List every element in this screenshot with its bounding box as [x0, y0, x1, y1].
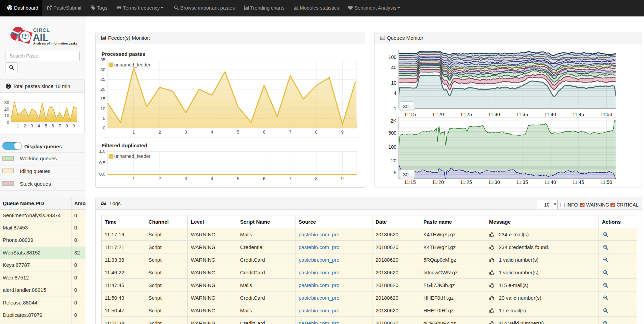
svg-text:2: 2	[158, 129, 161, 135]
svg-text:1: 1	[394, 106, 396, 111]
svg-text:35: 35	[101, 57, 105, 62]
svg-text:1: 1	[17, 123, 19, 128]
svg-text:25: 25	[101, 77, 105, 82]
svg-text:unnamed_feeder: unnamed_feeder	[114, 153, 150, 159]
svg-text:11:45: 11:45	[573, 179, 584, 185]
svg-text:11:50: 11:50	[601, 179, 612, 185]
svg-text:11:30: 11:30	[488, 179, 500, 185]
svg-text:0: 0	[103, 125, 105, 130]
svg-text:Processed pastes: Processed pastes	[102, 51, 145, 57]
svg-text:Filtered duplicated: Filtered duplicated	[102, 142, 147, 148]
svg-text:7: 7	[58, 123, 61, 128]
svg-text:9: 9	[73, 123, 75, 128]
svg-text:11:35: 11:35	[516, 112, 528, 117]
svg-text:100: 100	[389, 144, 397, 150]
svg-text:5: 5	[237, 129, 239, 135]
svg-text:9: 9	[341, 129, 344, 135]
svg-text:6: 6	[263, 176, 265, 181]
svg-text:11:40: 11:40	[544, 179, 556, 185]
svg-text:20: 20	[391, 158, 396, 163]
svg-text:2: 2	[158, 176, 161, 181]
svg-text:15: 15	[101, 96, 105, 101]
svg-text:30: 30	[4, 100, 9, 105]
svg-text:11:15: 11:15	[404, 179, 416, 185]
svg-text:11:45: 11:45	[573, 112, 584, 117]
svg-text:40: 40	[391, 65, 396, 70]
svg-text:30: 30	[101, 67, 105, 72]
svg-text:7: 7	[289, 129, 291, 135]
svg-text:3: 3	[185, 129, 187, 135]
svg-text:1: 1	[132, 176, 135, 181]
svg-text:0.5: 0.5	[99, 160, 105, 165]
svg-text:20: 20	[4, 107, 9, 112]
svg-text:8: 8	[315, 129, 317, 135]
svg-text:11:25: 11:25	[460, 179, 472, 185]
svg-text:3: 3	[31, 123, 33, 128]
svg-text:10: 10	[4, 113, 9, 118]
svg-text:4: 4	[394, 90, 396, 96]
svg-text:100: 100	[389, 54, 397, 60]
svg-text:4: 4	[211, 129, 213, 135]
svg-text:6: 6	[52, 123, 54, 128]
svg-text:11:15: 11:15	[404, 112, 416, 117]
svg-text:10: 10	[391, 80, 396, 86]
svg-text:11:20: 11:20	[432, 179, 444, 185]
svg-text:8: 8	[66, 123, 68, 128]
svg-text:30: 30	[403, 172, 409, 177]
svg-text:9: 9	[341, 176, 344, 181]
svg-text:1: 1	[132, 129, 135, 135]
svg-text:5: 5	[394, 170, 396, 175]
svg-text:11:25: 11:25	[460, 112, 472, 117]
svg-text:10: 10	[101, 106, 105, 111]
svg-text:30: 30	[403, 103, 409, 109]
svg-text:11:50: 11:50	[601, 112, 612, 117]
svg-text:7: 7	[289, 176, 291, 181]
svg-text:0.0: 0.0	[99, 172, 105, 177]
svg-text:11:40: 11:40	[544, 112, 556, 117]
svg-text:4: 4	[38, 123, 40, 128]
svg-text:4: 4	[211, 176, 213, 181]
svg-text:2: 2	[24, 123, 26, 128]
svg-text:3: 3	[185, 176, 187, 181]
svg-text:11:30: 11:30	[488, 112, 500, 117]
svg-text:unnamed_feeder: unnamed_feeder	[114, 62, 150, 67]
svg-text:500: 500	[389, 130, 397, 136]
svg-text:11:20: 11:20	[432, 112, 444, 117]
svg-text:5: 5	[103, 116, 105, 121]
svg-text:1.0: 1.0	[99, 149, 105, 154]
svg-text:20: 20	[101, 87, 105, 92]
svg-text:AIL: AIL	[33, 32, 49, 43]
svg-text:5: 5	[44, 123, 47, 128]
svg-text:5: 5	[237, 176, 239, 181]
svg-text:8: 8	[315, 176, 317, 181]
svg-text:Analysis of Information Leaks: Analysis of Information Leaks	[33, 42, 77, 45]
svg-text:11:35: 11:35	[516, 179, 528, 185]
svg-text:2K: 2K	[391, 118, 397, 124]
svg-text:6: 6	[263, 129, 265, 135]
svg-text:0: 0	[7, 120, 9, 125]
